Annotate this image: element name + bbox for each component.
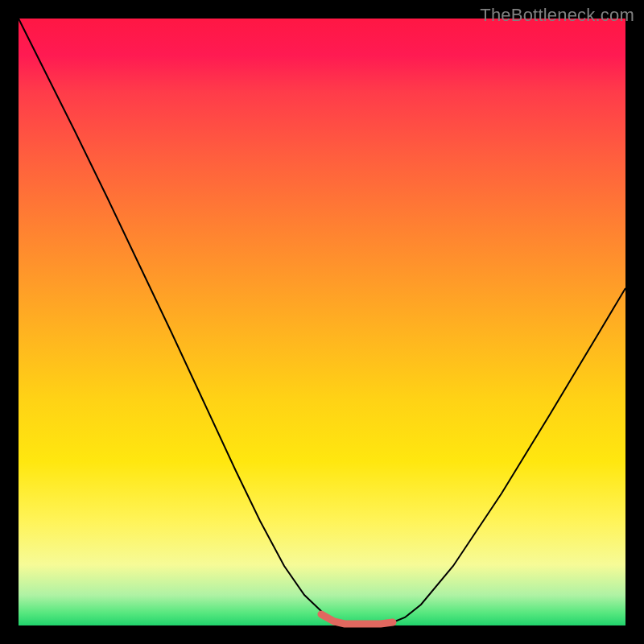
bottom-marker [321,614,393,624]
bottleneck-curve [19,19,625,624]
chart-area [19,19,625,625]
watermark-text: TheBottleneck.com [480,5,634,26]
chart-svg [19,19,625,625]
